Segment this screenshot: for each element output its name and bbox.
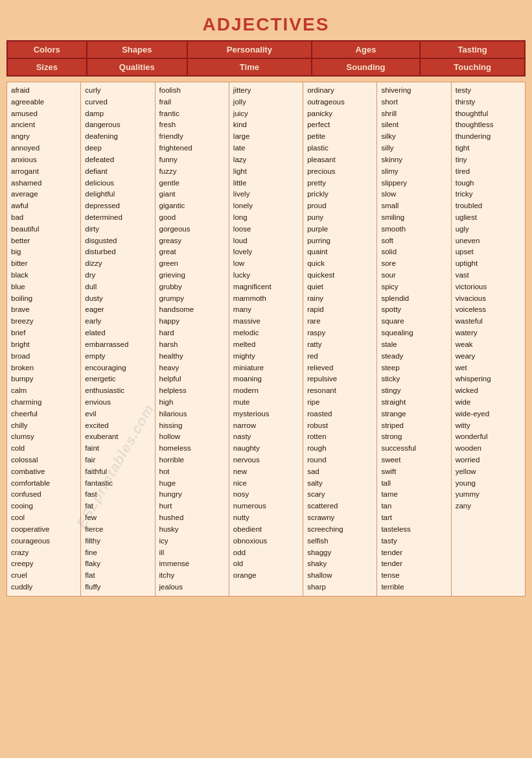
word-item: jolly xyxy=(233,97,299,108)
word-item: weak xyxy=(456,339,521,351)
word-item: bright xyxy=(11,339,76,351)
word-item: frail xyxy=(159,97,225,108)
word-item: raspy xyxy=(307,327,373,339)
word-item: great xyxy=(159,246,225,258)
word-item: juicy xyxy=(233,108,299,120)
word-item: envious xyxy=(85,397,150,409)
word-item: mute xyxy=(233,397,299,409)
word-item: handsome xyxy=(159,304,225,316)
column-1: afraidagreeableamusedancientangryannoyed… xyxy=(7,82,81,597)
word-item: wonderful xyxy=(456,431,521,443)
word-item: bumpy xyxy=(11,373,76,385)
word-item: hungry xyxy=(159,489,225,501)
word-item: hissing xyxy=(159,420,225,432)
word-item: red xyxy=(307,351,373,362)
word-item: straight xyxy=(381,397,446,409)
word-item: crazy xyxy=(11,547,76,559)
word-item: petite xyxy=(307,131,373,143)
word-item: sweet xyxy=(381,455,446,466)
word-item: vivacious xyxy=(456,293,521,305)
header-colors: Colors xyxy=(7,41,87,58)
word-item: purring xyxy=(307,235,373,247)
column-6: shiveringshortshrillsilentsilkysillyskin… xyxy=(377,82,451,597)
word-item: rough xyxy=(307,443,373,455)
word-item: smooth xyxy=(381,224,446,235)
word-item: proud xyxy=(307,200,373,212)
header-touching: Touching xyxy=(420,58,525,76)
word-item: broad xyxy=(11,351,76,362)
word-item: good xyxy=(159,212,225,224)
word-item: excited xyxy=(85,420,150,432)
word-item: narrow xyxy=(233,420,299,432)
word-item: courageous xyxy=(11,536,76,547)
word-item: cooperative xyxy=(11,524,76,536)
word-item: tall xyxy=(381,478,446,490)
word-item: tender xyxy=(381,547,446,559)
word-item: cool xyxy=(11,512,76,524)
word-item: prickly xyxy=(307,189,373,200)
word-item: sore xyxy=(381,258,446,270)
word-item: deep xyxy=(85,143,150,154)
word-item: fresh xyxy=(159,119,225,131)
word-item: uneven xyxy=(456,235,521,247)
word-item: quiet xyxy=(307,281,373,293)
word-item: homeless xyxy=(159,443,225,455)
word-item: brief xyxy=(11,327,76,339)
word-item: slimy xyxy=(381,166,446,178)
word-item: bad xyxy=(11,212,76,224)
word-item: ratty xyxy=(307,339,373,351)
word-item: high xyxy=(159,397,225,409)
word-item: miniature xyxy=(233,362,299,374)
word-item: worried xyxy=(456,455,521,466)
word-item: nervous xyxy=(233,455,299,466)
header-time: Time xyxy=(187,58,312,76)
word-item: spicy xyxy=(381,281,446,293)
word-item: voiceless xyxy=(456,304,521,316)
word-item: faint xyxy=(85,443,150,455)
word-item: afraid xyxy=(11,85,76,97)
word-item: skinny xyxy=(381,154,446,166)
word-item: creepy xyxy=(11,558,76,570)
word-item: tiny xyxy=(456,154,521,166)
word-item: outrageous xyxy=(307,97,373,108)
word-item: frightened xyxy=(159,143,225,154)
word-item: old xyxy=(233,558,299,570)
word-item: hot xyxy=(159,466,225,478)
word-item: splendid xyxy=(381,293,446,305)
word-item: hurt xyxy=(159,501,225,512)
word-item: husky xyxy=(159,524,225,536)
word-item: orange xyxy=(233,570,299,582)
word-item: purple xyxy=(307,224,373,235)
word-item: broken xyxy=(11,362,76,374)
word-item: thoughtful xyxy=(456,108,521,120)
word-item: boiling xyxy=(11,293,76,305)
word-item: nutty xyxy=(233,512,299,524)
word-item: calm xyxy=(11,385,76,397)
word-item: horrible xyxy=(159,455,225,466)
word-item: magnificent xyxy=(233,281,299,293)
word-item: nosy xyxy=(233,489,299,501)
word-item: friendly xyxy=(159,131,225,143)
word-item: tight xyxy=(456,143,521,154)
word-item: cruel xyxy=(11,570,76,582)
word-item: watery xyxy=(456,327,521,339)
word-item: shallow xyxy=(307,570,373,582)
word-item: lucky xyxy=(233,270,299,281)
word-item: ill xyxy=(159,547,225,559)
word-item: spotty xyxy=(381,304,446,316)
word-item: rapid xyxy=(307,304,373,316)
word-item: cheerful xyxy=(11,409,76,420)
word-item: annoyed xyxy=(11,143,76,154)
word-item: helpless xyxy=(159,385,225,397)
word-item: fantastic xyxy=(85,478,150,490)
word-item: precious xyxy=(307,166,373,178)
header-sounding: Sounding xyxy=(312,58,420,76)
word-item: tired xyxy=(456,166,521,178)
word-item: hollow xyxy=(159,431,225,443)
header-ages: Ages xyxy=(312,41,420,58)
word-item: brave xyxy=(11,304,76,316)
word-item: dangerous xyxy=(85,119,150,131)
word-item: agreeable xyxy=(11,97,76,108)
word-item: gigantic xyxy=(159,200,225,212)
word-item: many xyxy=(233,304,299,316)
